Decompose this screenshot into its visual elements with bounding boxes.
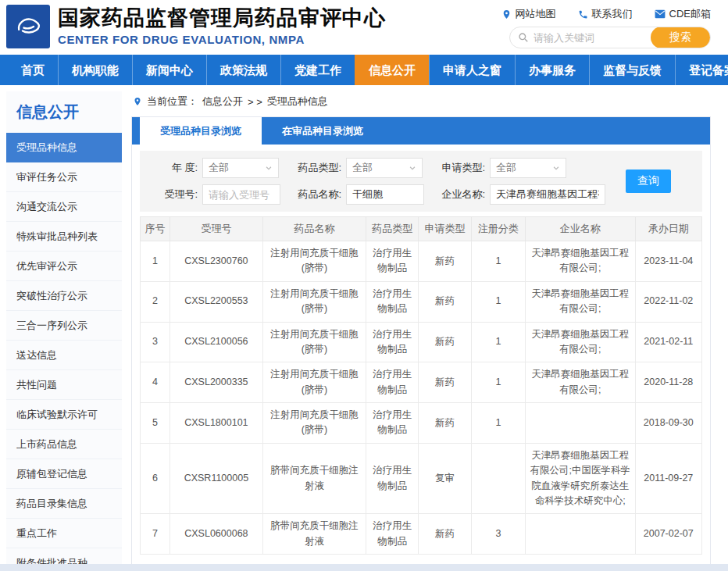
cell-acceptance-no: CXSR1100005 bbox=[170, 443, 262, 514]
year-select[interactable]: 全部 bbox=[202, 158, 279, 178]
breadcrumb-separator: > > bbox=[248, 96, 262, 108]
sidebar-item[interactable]: 三合一序列公示 bbox=[6, 311, 122, 341]
cell-company: 天津昂赛细胞基因工程有限公司;中国医学科学院血液学研究所泰达生命科学技术研究中心… bbox=[526, 443, 636, 514]
chevron-down-icon bbox=[552, 164, 560, 172]
nav-item[interactable]: 登记备案平台 bbox=[675, 55, 728, 85]
cell-acceptance-no: CXSL0600068 bbox=[170, 514, 262, 555]
acceptance-no-field: 受理号: bbox=[149, 184, 280, 205]
main-nav: 首页 机构职能 新闻中心 政策法规 党建工作 信息公开 申请人之窗 办事服务 监… bbox=[0, 55, 728, 85]
table-header-cell: 序号 bbox=[141, 217, 170, 241]
cell-acceptance-no: CXSL2100056 bbox=[170, 322, 262, 362]
search-input[interactable] bbox=[529, 32, 651, 44]
cell-reg-class: 1 bbox=[471, 281, 525, 322]
year-label: 年 度: bbox=[149, 161, 198, 175]
search-button[interactable]: 搜索 bbox=[651, 27, 710, 48]
table-header-row: 序号 受理号 药品名称 药品类型 申请类型 注册分 bbox=[141, 217, 702, 241]
cell-drug-name: 脐带间充质干细胞注射液 bbox=[262, 514, 366, 555]
table-header-cell: 申请类型 bbox=[419, 217, 471, 241]
cell-drug-name: 脐带间充质干细胞注射液 bbox=[262, 443, 366, 514]
sidebar-item[interactable]: 受理品种信息 bbox=[6, 133, 122, 162]
cell-drug-name: 注射用间充质干细胞(脐带) bbox=[262, 362, 366, 403]
nav-item[interactable]: 党建工作 bbox=[280, 55, 355, 85]
breadcrumb-current[interactable]: 受理品种信息 bbox=[267, 95, 328, 109]
drug-type-select[interactable]: 全部 bbox=[346, 158, 423, 178]
apply-type-field: 申请类型: 全部 bbox=[437, 158, 605, 178]
cell-seq: 2 bbox=[141, 281, 170, 322]
sidebar-item[interactable]: 上市药品信息 bbox=[6, 430, 122, 459]
sidebar-item[interactable]: 药品目录集信息 bbox=[6, 489, 122, 519]
sidebar-item[interactable]: 沟通交流公示 bbox=[6, 192, 122, 222]
cell-date: 2011-09-27 bbox=[635, 443, 701, 514]
drug-name-input[interactable] bbox=[346, 184, 424, 205]
table-row: 7 CXSL0600068 脐带间充质干细胞注射液 治疗用生物制品 新药 3 2… bbox=[141, 514, 702, 555]
sidebar-item[interactable]: 突破性治疗公示 bbox=[6, 281, 122, 311]
cell-seq: 1 bbox=[141, 241, 170, 282]
cell-reg-class: 1 bbox=[471, 362, 525, 403]
breadcrumb: 当前位置： 信息公开 > > 受理品种信息 bbox=[131, 91, 711, 116]
sidebar: 信息公开 受理品种信息 审评任务公示 沟通交流公示 特殊审批品种列表 优先审评公… bbox=[6, 91, 122, 564]
company-input[interactable] bbox=[490, 184, 605, 205]
phone-icon bbox=[578, 9, 588, 20]
cell-reg-class: 1 bbox=[471, 403, 525, 444]
envelope-icon bbox=[655, 9, 666, 19]
contact-label: 联系我们 bbox=[592, 7, 633, 21]
sidebar-item[interactable]: 送达信息 bbox=[6, 341, 122, 370]
cell-drug-type: 治疗用生物制品 bbox=[366, 281, 419, 322]
page: 国家药品监督管理局药品审评中心 CENTER FOR DRUG EVALUATI… bbox=[0, 0, 728, 571]
cell-reg-class: 1 bbox=[471, 322, 525, 362]
cell-company: 天津昂赛细胞基因工程有限公司; bbox=[526, 322, 636, 362]
sidebar-item[interactable]: 临床试验默示许可 bbox=[6, 400, 122, 430]
company-label: 企业名称: bbox=[437, 187, 485, 202]
nav-item[interactable]: 信息公开 bbox=[355, 55, 429, 85]
sitemap-label: 网站地图 bbox=[516, 7, 556, 21]
cell-acceptance-no: CXSL2300760 bbox=[170, 241, 262, 282]
table-header-cell: 注册分类 bbox=[471, 217, 525, 241]
drug-type-select-value: 全部 bbox=[352, 161, 373, 175]
cell-drug-name: 注射用间充质干细胞(脐带) bbox=[262, 281, 366, 322]
cell-apply-type: 新药 bbox=[419, 281, 471, 322]
breadcrumb-prefix: 当前位置： bbox=[147, 95, 198, 109]
query-button[interactable]: 查询 bbox=[626, 170, 671, 193]
sidebar-item[interactable]: 特殊审批品种列表 bbox=[6, 222, 122, 252]
cell-seq: 6 bbox=[141, 443, 170, 514]
sidebar-title: 信息公开 bbox=[6, 91, 122, 133]
cell-acceptance-no: CXSL2200553 bbox=[170, 281, 262, 322]
cell-drug-name: 注射用间充质干细胞(脐带) bbox=[262, 322, 366, 362]
sitemap-link[interactable]: 网站地图 bbox=[501, 7, 556, 21]
sidebar-item[interactable]: 重点工作 bbox=[6, 519, 122, 548]
acceptance-no-input[interactable] bbox=[202, 184, 280, 205]
sidebar-item[interactable]: 原辅包登记信息 bbox=[6, 459, 122, 489]
contact-link[interactable]: 联系我们 bbox=[578, 7, 633, 21]
nav-item[interactable]: 首页 bbox=[8, 55, 58, 85]
table-header-cell: 承办日期 bbox=[635, 217, 701, 241]
nav-item[interactable]: 新闻中心 bbox=[132, 55, 206, 85]
cell-seq: 4 bbox=[141, 362, 170, 403]
table-row: 2 CXSL2200553 注射用间充质干细胞(脐带) 治疗用生物制品 新药 1… bbox=[141, 281, 702, 322]
cell-acceptance-no: CXSL2000335 bbox=[170, 362, 262, 403]
cde-mail-link[interactable]: CDE邮箱 bbox=[655, 7, 711, 21]
nav-item[interactable]: 申请人之窗 bbox=[429, 55, 515, 85]
sidebar-item[interactable]: 共性问题 bbox=[6, 370, 122, 400]
body: 信息公开 受理品种信息 审评任务公示 沟通交流公示 特殊审批品种列表 优先审评公… bbox=[0, 85, 728, 564]
nav-item[interactable]: 办事服务 bbox=[515, 55, 589, 85]
cde-logo-icon bbox=[11, 9, 45, 44]
cde-mail-label: CDE邮箱 bbox=[669, 7, 711, 21]
cde-logo[interactable] bbox=[6, 5, 50, 48]
content-panel: 受理品种目录浏览 在审品种目录浏览 年 度: 全部 bbox=[131, 116, 711, 571]
sidebar-item[interactable]: 审评任务公示 bbox=[6, 162, 122, 192]
breadcrumb-section[interactable]: 信息公开 bbox=[202, 95, 243, 109]
tab[interactable]: 受理品种目录浏览 bbox=[140, 117, 262, 145]
tab[interactable]: 在审品种目录浏览 bbox=[262, 117, 384, 145]
cell-reg-class bbox=[471, 443, 525, 514]
site-header: 国家药品监督管理局药品审评中心 CENTER FOR DRUG EVALUATI… bbox=[0, 0, 728, 55]
cell-date: 2018-09-30 bbox=[635, 403, 701, 444]
sidebar-item[interactable]: 优先审评公示 bbox=[6, 252, 122, 281]
nav-item[interactable]: 政策法规 bbox=[206, 55, 280, 85]
cell-drug-type: 治疗用生物制品 bbox=[366, 443, 419, 514]
quick-links: 网站地图 联系我们 CDE邮箱 bbox=[501, 7, 711, 21]
company-field: 企业名称: bbox=[437, 184, 605, 205]
nav-item[interactable]: 监督与反馈 bbox=[589, 55, 675, 85]
nav-item[interactable]: 机构职能 bbox=[58, 55, 132, 85]
apply-type-select[interactable]: 全部 bbox=[490, 158, 566, 178]
cell-drug-type: 治疗用生物制品 bbox=[366, 322, 419, 362]
